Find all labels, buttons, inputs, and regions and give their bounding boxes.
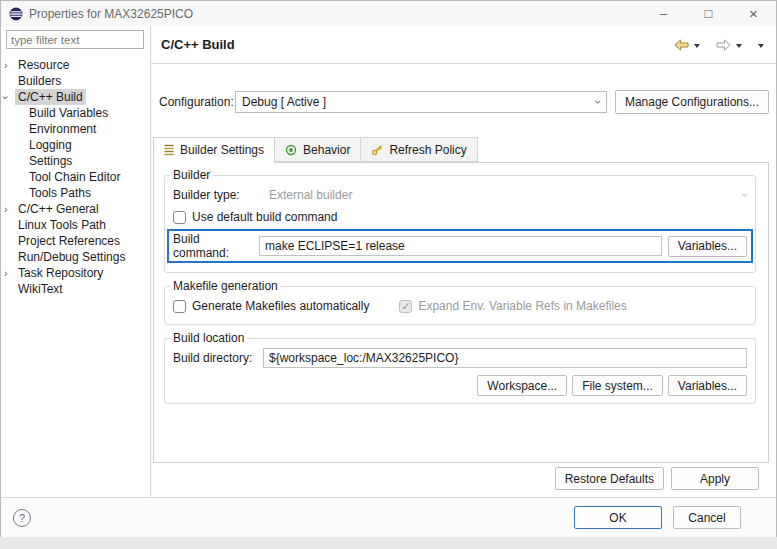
- cancel-button[interactable]: Cancel: [673, 506, 741, 529]
- tree-item-cpp-general[interactable]: C/C++ General: [1, 201, 150, 217]
- build-command-input[interactable]: [259, 236, 662, 256]
- tree-item-build-variables[interactable]: Build Variables: [1, 105, 150, 121]
- title-bar: Properties for MAX32625PICO: [1, 1, 776, 26]
- restore-defaults-button[interactable]: Restore Defaults: [555, 467, 664, 490]
- close-icon[interactable]: [731, 1, 776, 26]
- tab-behavior[interactable]: Behavior: [275, 137, 361, 162]
- build-directory-variables-button[interactable]: Variables...: [668, 375, 747, 396]
- back-icon[interactable]: [674, 39, 689, 51]
- chevron-right-icon[interactable]: [4, 204, 15, 215]
- back-dropdown-icon[interactable]: [694, 44, 700, 48]
- properties-dialog: Properties for MAX32625PICO Resource Bui…: [0, 0, 777, 537]
- radio-target-icon: [285, 144, 297, 156]
- makefile-generation-group: Makefile generation Generate Makefiles a…: [164, 279, 756, 325]
- use-default-build-command-checkbox[interactable]: [173, 211, 186, 224]
- forward-icon[interactable]: [716, 39, 731, 51]
- dialog-button-bar: ? OK Cancel: [1, 497, 776, 537]
- main-panel: C/C++ Build: [151, 26, 776, 497]
- settings-tree: Resource Builders C/C++ Build Build Vari…: [1, 57, 150, 297]
- tab-bar: Builder Settings Behavior: [153, 137, 478, 162]
- workspace-button[interactable]: Workspace...: [477, 375, 567, 396]
- tree-item-cpp-build[interactable]: C/C++ Build: [1, 89, 150, 105]
- chevron-down-icon: [593, 100, 603, 104]
- builder-type-label: Builder type:: [173, 188, 263, 202]
- chevron-down-icon[interactable]: [4, 92, 15, 103]
- builder-group-legend: Builder: [170, 168, 213, 182]
- build-command-variables-button[interactable]: Variables...: [668, 236, 747, 257]
- page-title: C/C++ Build: [161, 37, 235, 52]
- tree-item-builders[interactable]: Builders: [1, 73, 150, 89]
- use-default-build-command-label: Use default build command: [192, 210, 337, 224]
- configuration-label: Configuration:: [159, 95, 235, 109]
- tree-item-task-repository[interactable]: Task Repository: [1, 265, 150, 281]
- apply-button[interactable]: Apply: [671, 467, 759, 490]
- tab-refresh-policy[interactable]: Refresh Policy: [361, 137, 477, 162]
- chevron-down-icon: [740, 193, 750, 197]
- tree-item-settings[interactable]: Settings: [1, 153, 150, 169]
- generate-makefiles-checkbox[interactable]: [173, 300, 186, 313]
- settings-sidebar: Resource Builders C/C++ Build Build Vari…: [1, 26, 151, 497]
- tree-item-resource[interactable]: Resource: [1, 57, 150, 73]
- configuration-value: Debug [ Active ]: [242, 95, 326, 109]
- annotation-highlight: Build command: Variables...: [167, 229, 753, 263]
- chevron-right-icon[interactable]: [4, 268, 15, 279]
- tab-builder-settings[interactable]: Builder Settings: [153, 137, 275, 163]
- makefile-group-legend: Makefile generation: [170, 279, 281, 293]
- maximize-icon[interactable]: [686, 1, 731, 26]
- build-directory-input[interactable]: [263, 348, 747, 368]
- generate-makefiles-label: Generate Makefiles automatically: [192, 299, 369, 313]
- filter-input[interactable]: [6, 30, 144, 49]
- expand-env-refs-checkbox: [399, 300, 412, 313]
- builder-group: Builder Builder type: External builder U…: [164, 168, 756, 273]
- nav-toolbar: [674, 39, 764, 51]
- builder-type-combo: External builder: [263, 188, 747, 202]
- builder-settings-panel: Builder Builder type: External builder U…: [153, 162, 769, 463]
- build-command-label: Build command:: [173, 232, 259, 260]
- build-directory-label: Build directory:: [173, 351, 263, 365]
- build-location-group: Build location Build directory: Workspac…: [164, 331, 756, 404]
- tree-item-wikitext[interactable]: WikiText: [1, 281, 150, 297]
- eclipse-icon: [9, 7, 23, 21]
- minimize-icon[interactable]: [641, 1, 686, 26]
- tree-item-environment[interactable]: Environment: [1, 121, 150, 137]
- list-icon: [164, 144, 174, 156]
- tree-item-project-references[interactable]: Project References: [1, 233, 150, 249]
- page-header: C/C++ Build: [151, 26, 776, 64]
- configuration-combo[interactable]: Debug [ Active ]: [235, 91, 607, 113]
- manage-configurations-button[interactable]: Manage Configurations...: [615, 90, 769, 114]
- key-icon: [371, 144, 383, 156]
- window-title: Properties for MAX32625PICO: [29, 7, 193, 21]
- forward-dropdown-icon[interactable]: [736, 44, 742, 48]
- tree-item-tool-chain-editor[interactable]: Tool Chain Editor: [1, 169, 150, 185]
- tree-item-linux-tools-path[interactable]: Linux Tools Path: [1, 217, 150, 233]
- help-icon[interactable]: ?: [13, 509, 31, 527]
- chevron-right-icon[interactable]: [4, 60, 15, 71]
- build-location-legend: Build location: [170, 331, 247, 345]
- tree-item-run-debug-settings[interactable]: Run/Debug Settings: [1, 249, 150, 265]
- ok-button[interactable]: OK: [574, 506, 662, 529]
- view-menu-dropdown-icon[interactable]: [758, 44, 764, 48]
- tree-item-tools-paths[interactable]: Tools Paths: [1, 185, 150, 201]
- expand-env-refs-label: Expand Env. Variable Refs in Makefiles: [418, 299, 626, 313]
- file-system-button[interactable]: File system...: [572, 375, 663, 396]
- tree-item-logging[interactable]: Logging: [1, 137, 150, 153]
